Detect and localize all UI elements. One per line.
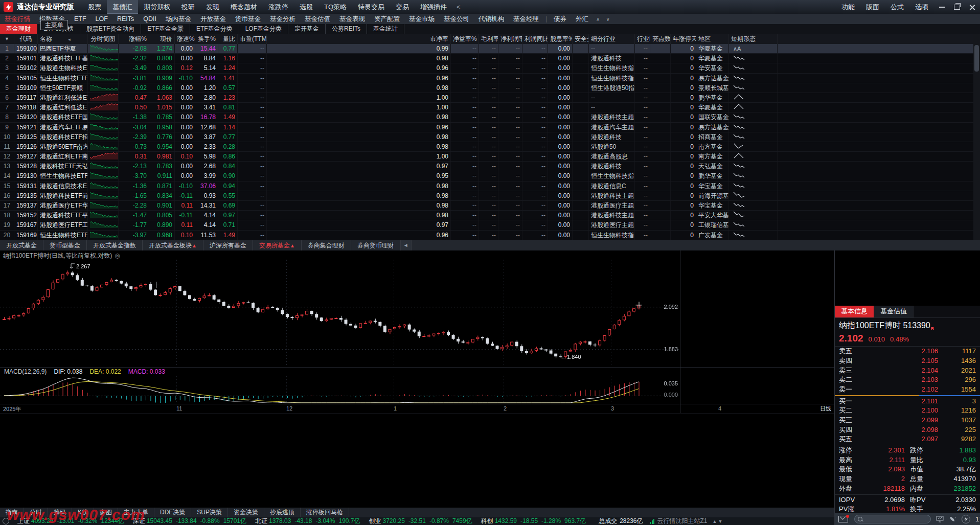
subnav-item-LOF[interactable]: LOF xyxy=(91,15,112,22)
table-row[interactable]: 17159137港股通医疗ETF华宝-2.280.9010.1114.310.6… xyxy=(0,201,973,211)
column-header-涨幅%[interactable]: 涨幅% xyxy=(119,34,149,44)
table-row[interactable]: 9159121港股通汽车ETF易方达-3.040.9580.0012.681.1… xyxy=(0,123,973,132)
menu-item-投研[interactable]: 投研 xyxy=(176,0,200,14)
table-row[interactable]: 16159135港股通科技ETF前...R-1.650.834-0.110.93… xyxy=(0,191,973,201)
menu-item-特灵交易[interactable]: 特灵交易 xyxy=(352,0,390,14)
subnav-item-基金经理[interactable]: 基金经理 xyxy=(509,15,543,24)
menu-item-发现[interactable]: 发现 xyxy=(200,0,225,14)
table-row[interactable]: 1159100巴西ETF华夏-2.081.2740.0015.440.77--0… xyxy=(0,44,973,54)
subnav-item-QDII[interactable]: QDII xyxy=(139,15,161,22)
column-header-量比[interactable]: 量比 xyxy=(218,34,238,44)
table-row[interactable]: 13159128港股科技ETF天弘R-2.130.7830.002.680.84… xyxy=(0,162,973,171)
bottom-tab-抄底逃顶[interactable]: 抄底逃顶 xyxy=(264,508,301,517)
tab-公募REITs[interactable]: 公募REITs xyxy=(326,24,367,34)
table-row[interactable]: 2159101港股通科技ETF基金R-2.320.8000.008.841.16… xyxy=(0,54,973,63)
tab-ETF基金分类[interactable]: ETF基金分类 xyxy=(190,24,239,34)
chart-settings-icon[interactable]: ◎ xyxy=(115,252,120,259)
subnav-item-资产配置[interactable]: 资产配置 xyxy=(370,15,404,24)
server-name[interactable]: 云行情沈阳主站Z1 xyxy=(657,517,708,525)
minimize-button[interactable] xyxy=(934,0,949,14)
bottom-tab-DDE决策[interactable]: DDE决策 xyxy=(154,508,191,517)
chart-area[interactable]: 纳指100ETF博时(日线,等比前复权,对数)◎ MACD(12,26,9) D… xyxy=(0,250,980,508)
subnav-item-外汇[interactable]: 外汇 xyxy=(571,15,593,24)
menu-item-选项[interactable]: 选项 xyxy=(909,0,934,14)
caret-down-icon[interactable]: ∨ xyxy=(603,16,612,22)
mail-icon[interactable] xyxy=(838,516,848,522)
midtab-货币型基金[interactable]: 货币型基金 xyxy=(43,240,87,250)
subnav-item-基金公司[interactable]: 基金公司 xyxy=(439,15,474,24)
connection-signal-icon[interactable] xyxy=(650,519,654,524)
table-row[interactable]: 4159105恒生生物科技ETF...-3.810.909-0.1054.841… xyxy=(0,74,973,83)
menu-item-涨跌停[interactable]: 涨跌停 xyxy=(263,0,294,14)
column-header-短期形态[interactable]: 短期形态 xyxy=(729,34,778,44)
index-深证[interactable]: 深证15043.45-133.84-0.88%15701亿 xyxy=(128,517,250,525)
column-header-行业PE[interactable]: 行业PE xyxy=(635,34,650,44)
column-header-年涨停天[interactable]: 年涨停天 xyxy=(671,34,696,44)
macd-chart[interactable] xyxy=(0,376,680,404)
index-北证[interactable]: 北证1378.03-43.18-3.04%190.7亿 xyxy=(250,517,363,525)
column-header-利润同比%[interactable]: 利润同比% xyxy=(522,34,548,44)
subnav-item-代销机构[interactable]: 代销机构 xyxy=(474,15,509,24)
caret-up-icon[interactable]: ∧ xyxy=(593,16,603,22)
column-header-细分行业[interactable]: 细分行业 xyxy=(589,34,635,44)
scroll-arrows-icon[interactable]: ▲▼ xyxy=(713,519,724,524)
index-科创[interactable]: 科创1432.59-18.55-1.28%963.7亿 xyxy=(476,517,589,525)
column-header-地区[interactable]: 地区 xyxy=(696,34,729,44)
menu-item-增强插件[interactable]: 增强插件 xyxy=(415,0,452,14)
subnav-item-ETF[interactable]: ETF xyxy=(70,15,91,22)
tab-基金统计[interactable]: 基金统计 xyxy=(367,24,404,34)
table-row[interactable]: 19159167港股通医疗ETF工银-1.770.8900.114.140.71… xyxy=(0,220,973,230)
midtab-券商货币理财[interactable]: 券商货币理财 xyxy=(351,240,401,250)
table-row[interactable]: 5159109恒生50ETF景顺-0.920.8660.001.200.57--… xyxy=(0,83,973,93)
column-header-毛利率%[interactable]: 毛利率% xyxy=(479,34,498,44)
quote-tab-基本信息[interactable]: 基本信息 xyxy=(835,306,874,317)
table-row[interactable]: 7159118港股通红利低波E...0.501.0150.003.410.81-… xyxy=(0,103,973,112)
subnav-item-REITs[interactable]: REITs xyxy=(112,15,139,22)
tab-定开基金[interactable]: 定开基金 xyxy=(288,24,326,34)
menu-item-股票[interactable]: 股票 xyxy=(82,0,107,14)
menu-item-选股[interactable]: 选股 xyxy=(294,0,318,14)
menu-item-TQ策略[interactable]: TQ策略 xyxy=(318,0,352,14)
midtab-交易所基金[interactable]: 交易所基金▲ xyxy=(253,240,302,250)
tab-ETF基金全景[interactable]: ETF基金全景 xyxy=(141,24,190,34)
period-label[interactable]: 日线 xyxy=(803,405,831,413)
column-header-安全分[interactable]: 安全分 xyxy=(573,34,589,44)
search-input[interactable] xyxy=(854,515,931,523)
quote-tab-基金估值[interactable]: 基金估值 xyxy=(874,306,914,317)
column-header-代码[interactable]: 代码 xyxy=(14,34,38,44)
column-header-市盈(TTM)[interactable]: 市盈(TTM) xyxy=(238,34,267,44)
close-button[interactable] xyxy=(965,0,980,14)
bottom-tab-涨停板回马枪[interactable]: 涨停板回马枪 xyxy=(301,508,349,517)
subnav-item-基金估值[interactable]: 基金估值 xyxy=(300,15,335,24)
midtab-沪深所有基金[interactable]: 沪深所有基金 xyxy=(203,240,253,250)
subnav-item-基金市场[interactable]: 基金市场 xyxy=(404,15,439,24)
table-row[interactable]: 15159131港股通信息技术E...R-1.360.871-0.1037.06… xyxy=(0,181,973,191)
column-header-净益率%[interactable]: 净益率% xyxy=(451,34,479,44)
table-scrollbar[interactable] xyxy=(973,34,980,240)
monitor-icon[interactable] xyxy=(936,516,944,522)
menu-item-期货期权[interactable]: 期货期权 xyxy=(138,0,176,14)
subnav-item-基金表现[interactable]: 基金表现 xyxy=(335,15,370,24)
menu-item-交易[interactable]: 交易 xyxy=(390,0,415,14)
bottom-tab-SUP决策[interactable]: SUP决策 xyxy=(191,508,228,517)
menu-item-概念题材[interactable]: 概念题材 xyxy=(225,0,263,14)
column-header-股息率%[interactable]: 股息率% xyxy=(548,34,573,44)
column-header-亮点数[interactable]: 亮点数 xyxy=(650,34,671,44)
scrollbar-thumb[interactable] xyxy=(974,45,979,72)
main-menu-button[interactable]: 基金理财 xyxy=(0,24,37,34)
lightning-icon[interactable] xyxy=(962,515,970,523)
candlestick-chart[interactable] xyxy=(0,260,680,367)
table-row[interactable]: 6159117港股通红利低波ETF0.471.0630.002.801.23--… xyxy=(0,93,973,103)
menu-collapse-arrow[interactable]: < xyxy=(452,3,465,11)
midtab-券商集合理财[interactable]: 券商集合理财 xyxy=(302,240,351,250)
tab-股票ETF资金动向[interactable]: 股票ETF资金动向 xyxy=(80,24,142,34)
table-row[interactable]: 11159126港股通50ETF南方-0.730.9540.002.330.28… xyxy=(0,142,973,152)
column-header-涨速%[interactable]: 涨速% xyxy=(175,34,195,44)
midtab-开放式基金指数[interactable]: 开放式基金指数 xyxy=(87,240,143,250)
column-header-换手%[interactable]: 换手% xyxy=(195,34,218,44)
midtab-开放式基金[interactable]: 开放式基金 xyxy=(0,240,43,250)
table-row[interactable]: 20159169恒生生物科技ETF广发-3.970.9680.1011.531.… xyxy=(0,231,973,240)
table-row[interactable]: 3159102港股通生物科技ETFR-3.490.8030.125.141.24… xyxy=(0,63,973,73)
table-row[interactable]: 8159120港股通科技ETF国联安-1.380.7850.0016.781.4… xyxy=(0,112,973,122)
menu-item-版面[interactable]: 版面 xyxy=(860,0,885,14)
